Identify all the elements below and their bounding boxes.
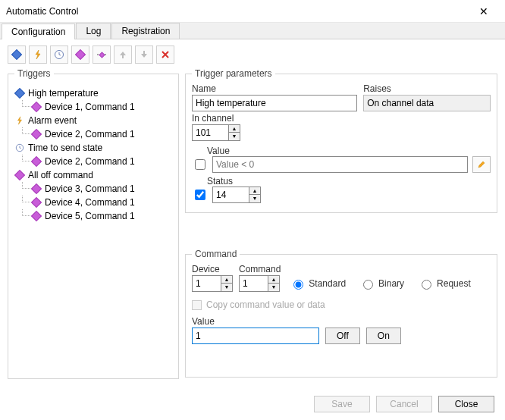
tab-configuration[interactable]: Configuration — [2, 24, 75, 39]
triggers-panel: Triggers High temperatureDevice 1, Comma… — [8, 68, 179, 379]
command-input[interactable] — [239, 275, 268, 292]
edit-value-button[interactable] — [472, 156, 491, 173]
tree-child[interactable]: Device 2, Command 1 — [14, 155, 172, 168]
diamond-purple-icon — [31, 156, 42, 167]
spin-up-icon[interactable]: ▲ — [221, 276, 232, 284]
delete-icon — [160, 49, 171, 60]
device-stepper[interactable]: ▲▼ — [192, 275, 233, 292]
add-multi-button[interactable] — [93, 45, 111, 64]
command-label: Command — [239, 264, 281, 274]
pencil-icon — [477, 160, 486, 169]
spin-up-icon[interactable]: ▲ — [268, 276, 279, 284]
add-command-button[interactable] — [71, 45, 89, 64]
cancel-button[interactable]: Cancel — [376, 396, 432, 412]
tree-label: Device 1, Command 1 — [45, 102, 135, 112]
in-channel-input[interactable] — [192, 124, 228, 141]
raises-value: On channel data — [363, 95, 491, 111]
tree-child[interactable]: Device 3, Command 1 — [14, 182, 172, 196]
move-up-button[interactable] — [114, 45, 132, 64]
command-stepper[interactable]: ▲▼ — [239, 275, 281, 292]
tree-label: Alarm event — [28, 115, 77, 126]
copy-command-check: Copy command value or data — [192, 299, 491, 310]
status-label: Status — [207, 176, 233, 186]
close-icon[interactable]: ✕ — [469, 5, 499, 17]
value-checkbox[interactable] — [195, 159, 205, 170]
copy-label: Copy command value or data — [206, 299, 325, 310]
spin-down-icon[interactable]: ▼ — [229, 133, 240, 140]
status-input[interactable] — [212, 186, 249, 203]
title-bar: Automatic Control ✕ — [0, 0, 505, 23]
bolt-icon — [33, 49, 43, 60]
dialog-footer: Save Cancel Close — [314, 396, 494, 412]
diamond-blue-icon — [11, 49, 22, 60]
diamond-dots-icon — [96, 49, 107, 60]
name-label: Name — [192, 83, 357, 94]
svg-point-2 — [97, 54, 99, 55]
move-down-button[interactable] — [135, 45, 153, 64]
svg-rect-1 — [99, 52, 105, 58]
arrow-down-icon — [139, 49, 149, 60]
radio-binary[interactable]: Binary — [359, 277, 404, 290]
tab-bar: Configuration Log Registration — [0, 23, 505, 39]
radio-request[interactable]: Request — [418, 277, 471, 290]
close-button[interactable]: Close — [438, 396, 494, 412]
tree-label: Device 3, Command 1 — [45, 183, 135, 194]
triggers-legend: Triggers — [14, 68, 54, 79]
add-trigger-button[interactable] — [8, 45, 26, 64]
tree-child[interactable]: Device 1, Command 1 — [14, 100, 172, 114]
cmd-value-input[interactable] — [192, 328, 319, 344]
on-button[interactable]: On — [366, 328, 401, 344]
name-input[interactable] — [192, 95, 357, 111]
diamond-purple-icon — [31, 183, 42, 194]
bolt-icon — [14, 115, 25, 126]
device-input[interactable] — [192, 275, 221, 292]
copy-checkbox — [192, 300, 202, 310]
tree-node[interactable]: All off command — [14, 168, 172, 182]
status-stepper[interactable]: ▲▼ — [212, 186, 261, 203]
tab-log[interactable]: Log — [76, 23, 111, 39]
params-legend: Trigger parameters — [192, 68, 275, 79]
triggers-tree[interactable]: High temperatureDevice 1, Command 1Alarm… — [14, 83, 172, 226]
tab-registration[interactable]: Registration — [111, 23, 180, 39]
diamond-purple-icon — [75, 49, 86, 60]
arrow-up-icon — [118, 49, 128, 60]
status-checkbox[interactable] — [195, 190, 205, 200]
tree-node[interactable]: High temperature — [14, 86, 172, 100]
diamond-purple-icon — [31, 211, 42, 221]
command-legend: Command — [192, 249, 240, 259]
diamond-purple-icon — [14, 170, 25, 180]
clock-icon — [54, 49, 64, 60]
tree-node[interactable]: Alarm event — [14, 114, 172, 127]
diamond-purple-icon — [31, 197, 42, 208]
diamond-blue-icon — [14, 88, 25, 99]
spin-down-icon[interactable]: ▼ — [268, 284, 279, 291]
add-event-button[interactable] — [29, 45, 47, 64]
save-button[interactable]: Save — [314, 396, 370, 412]
add-timer-button[interactable] — [50, 45, 68, 64]
tree-label: Device 2, Command 1 — [45, 156, 135, 167]
tree-child[interactable]: Device 2, Command 1 — [14, 127, 172, 141]
tree-node[interactable]: Time to send state — [14, 141, 172, 155]
tree-label: Device 5, Command 1 — [45, 211, 135, 221]
clock-icon — [14, 143, 25, 153]
spin-down-icon[interactable]: ▼ — [249, 195, 260, 202]
diamond-purple-icon — [31, 129, 42, 139]
toolbar — [0, 39, 505, 68]
radio-standard[interactable]: Standard — [290, 277, 346, 290]
tree-label: High temperature — [28, 88, 99, 99]
in-channel-stepper[interactable]: ▲▼ — [192, 124, 491, 141]
svg-point-3 — [105, 54, 106, 55]
off-button[interactable]: Off — [325, 328, 360, 344]
diamond-purple-icon — [31, 102, 42, 112]
value-expression — [212, 156, 468, 173]
spin-up-icon[interactable]: ▲ — [249, 187, 260, 195]
device-label: Device — [192, 264, 233, 274]
raises-label: Raises — [363, 83, 491, 94]
delete-button[interactable] — [156, 45, 174, 64]
spin-up-icon[interactable]: ▲ — [229, 125, 240, 133]
tree-child[interactable]: Device 5, Command 1 — [14, 209, 172, 223]
tree-label: Device 2, Command 1 — [45, 129, 135, 139]
spin-down-icon[interactable]: ▼ — [221, 284, 232, 291]
tree-child[interactable]: Device 4, Command 1 — [14, 196, 172, 209]
cmd-value-label: Value — [192, 316, 491, 327]
